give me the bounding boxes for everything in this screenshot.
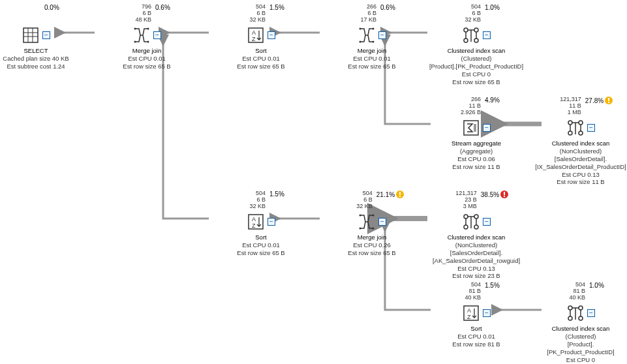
node-details: Clustered index scan (NonClustered) [Sal… bbox=[535, 140, 626, 186]
cost-pct: 1.5% bbox=[269, 190, 289, 198]
node-stats: 504 6 B 32 KB bbox=[233, 190, 266, 210]
cost-pct: 27.8% bbox=[585, 97, 613, 106]
node-sort-1[interactable]: 504 6 B 32 KB 1.5% − Sort Est CPU 0.01 E… bbox=[209, 4, 313, 70]
node-stats: 504 6 B 32 KB bbox=[233, 4, 266, 23]
node-clustered-index-scan-product-2[interactable]: 504 81 B 40 KB 1.0% − Clustered index sc… bbox=[535, 282, 626, 364]
node-clustered-index-scan-sod-2[interactable]: 121,317 23 B 3 MB 38.5% − Clustered inde… bbox=[424, 190, 528, 280]
cost-pct: 0.0% bbox=[44, 4, 64, 11]
cost-pct: 38.5% bbox=[481, 190, 508, 200]
collapse-toggle[interactable]: − bbox=[483, 309, 491, 317]
node-merge-join-1[interactable]: 796 6 B 48 KB 0.6% − Merge join Est CPU … bbox=[95, 4, 199, 70]
warning-icon bbox=[396, 190, 404, 200]
collapse-toggle[interactable]: − bbox=[378, 31, 386, 39]
merge-join-icon bbox=[358, 26, 376, 44]
cost-pct: 0.6% bbox=[155, 4, 175, 11]
node-details: Merge join Est CPU 0.26 Est row size 65 … bbox=[348, 234, 395, 257]
node-details: Clustered index scan (Clustered) [Produc… bbox=[535, 325, 626, 364]
node-stats: 504 81 B 40 KB bbox=[448, 282, 481, 301]
cost-pct: 21.1% bbox=[376, 190, 404, 200]
collapse-toggle[interactable]: − bbox=[268, 31, 275, 39]
sort-icon bbox=[462, 304, 480, 322]
node-sort-3[interactable]: 504 81 B 40 KB 1.5% − Sort Est CPU 0.01 … bbox=[424, 282, 528, 348]
cost-pct: 1.5% bbox=[485, 282, 504, 289]
sort-icon bbox=[247, 26, 265, 44]
node-details: Clustered index scan (NonClustered) [Sal… bbox=[433, 234, 520, 280]
node-stats: 504 6 B 32 KB bbox=[448, 4, 481, 23]
node-details: Merge join Est CPU 0.01 Est row size 65 … bbox=[123, 47, 170, 70]
collapse-toggle[interactable]: − bbox=[483, 218, 491, 226]
cost-pct: 1.0% bbox=[485, 4, 504, 11]
collapse-toggle[interactable]: − bbox=[587, 124, 595, 132]
cost-pct: 4.9% bbox=[485, 97, 504, 104]
node-stats: 504 81 B 40 KB bbox=[553, 282, 585, 301]
index-scan-icon bbox=[462, 26, 480, 44]
collapse-toggle[interactable]: − bbox=[587, 309, 595, 317]
stream-aggregate-icon bbox=[462, 119, 480, 137]
node-details: Sort Est CPU 0.01 Est row size 81 B bbox=[452, 325, 500, 348]
node-stats: 121,317 11 B 1 MB bbox=[549, 97, 581, 116]
node-details: Merge join Est CPU 0.01 Est row size 65 … bbox=[348, 47, 395, 70]
node-details: Clustered index scan (Clustered) [Produc… bbox=[429, 47, 523, 85]
cost-pct: 1.5% bbox=[269, 4, 289, 11]
warning-icon bbox=[605, 97, 613, 106]
node-sort-2[interactable]: 504 6 B 32 KB 1.5% − Sort Est CPU 0.01 E… bbox=[209, 190, 313, 257]
node-details: Sort Est CPU 0.01 Est row size 65 B bbox=[237, 234, 284, 257]
collapse-toggle[interactable]: − bbox=[268, 218, 275, 226]
node-clustered-index-scan-product-1[interactable]: 504 6 B 32 KB 1.0% − Clustered index sca… bbox=[424, 4, 528, 85]
node-stream-aggregate[interactable]: 266 11 B 2.926 B 4.9% − Stream aggregate… bbox=[424, 97, 528, 171]
collapse-toggle[interactable]: − bbox=[378, 218, 386, 226]
cost-pct: 0.6% bbox=[380, 4, 400, 11]
node-details: SELECT Cached plan size 40 KB Est subtre… bbox=[3, 47, 69, 70]
error-icon bbox=[500, 190, 508, 200]
node-clustered-index-scan-sod-1[interactable]: 121,317 11 B 1 MB 27.8% − Clustered inde… bbox=[535, 97, 626, 186]
index-scan-icon bbox=[566, 304, 585, 322]
collapse-toggle[interactable]: − bbox=[483, 124, 491, 132]
node-stats: 796 6 B 48 KB bbox=[119, 4, 151, 23]
node-merge-join-2[interactable]: 266 6 B 17 KB 0.6% − Merge join Est CPU … bbox=[320, 4, 424, 70]
cost-pct: 1.0% bbox=[589, 282, 609, 289]
merge-join-icon bbox=[132, 26, 151, 44]
collapse-toggle[interactable]: − bbox=[483, 31, 491, 39]
node-stats: 504 6 B 32 KB bbox=[340, 190, 373, 210]
node-stats: 266 6 B 17 KB bbox=[344, 4, 376, 23]
node-details: Stream aggregate (Aggregate) Est CPU 0.0… bbox=[451, 140, 501, 171]
node-stats: 266 11 B 2.926 B bbox=[448, 97, 481, 116]
node-select[interactable]: 0.0% − SELECT Cached plan size 40 KB Est… bbox=[0, 4, 82, 70]
collapse-toggle[interactable]: − bbox=[153, 31, 161, 39]
sort-icon bbox=[247, 213, 265, 231]
node-merge-join-3[interactable]: 504 6 B 32 KB 21.1% − Merge join Est CPU… bbox=[320, 190, 424, 257]
collapse-toggle[interactable]: − bbox=[42, 31, 50, 39]
index-scan-icon bbox=[566, 119, 585, 137]
index-scan-icon bbox=[462, 213, 480, 231]
table-icon bbox=[22, 26, 40, 44]
node-details: Sort Est CPU 0.01 Est row size 65 B bbox=[237, 47, 284, 70]
node-stats bbox=[8, 4, 40, 23]
node-stats: 121,317 23 B 3 MB bbox=[444, 190, 477, 210]
merge-join-icon bbox=[358, 213, 376, 231]
